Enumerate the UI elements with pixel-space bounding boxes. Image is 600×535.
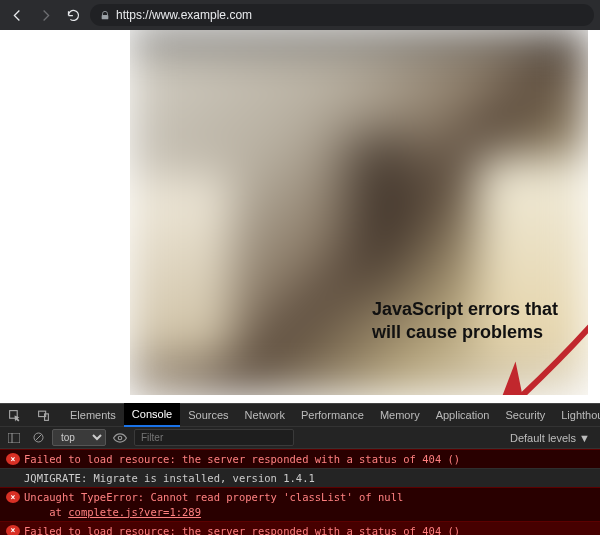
console-toolbar: top Default levels ▼ <box>0 427 600 449</box>
device-toolbar-button[interactable] <box>29 403 58 427</box>
console-log: ×Failed to load resource: the server res… <box>0 449 600 535</box>
stack-link[interactable]: complete.js?ver=1:289 <box>68 506 201 518</box>
console-row[interactable]: ×Failed to load resource: the server res… <box>0 521 600 535</box>
console-filter-input[interactable] <box>134 429 294 446</box>
error-icon: × <box>6 525 20 535</box>
url-text: https://www.example.com <box>116 8 252 22</box>
page-viewport: JavaScript errors that will cause proble… <box>0 30 600 403</box>
clear-console-button[interactable] <box>28 429 48 447</box>
devtools-tabbar: ElementsConsoleSourcesNetworkPerformance… <box>0 403 600 427</box>
error-icon: × <box>6 453 20 465</box>
forward-button[interactable] <box>34 4 56 26</box>
svg-point-8 <box>118 436 122 440</box>
arrow-right-icon <box>38 8 53 23</box>
devtools-tab-application[interactable]: Application <box>428 403 498 427</box>
devtools-tab-console[interactable]: Console <box>124 403 180 427</box>
back-button[interactable] <box>6 4 28 26</box>
address-bar[interactable]: https://www.example.com <box>90 4 594 26</box>
console-sidebar-toggle[interactable] <box>4 429 24 447</box>
live-expression-button[interactable] <box>110 429 130 447</box>
devtools-tab-security[interactable]: Security <box>497 403 553 427</box>
reload-button[interactable] <box>62 4 84 26</box>
console-message: Failed to load resource: the server resp… <box>24 452 596 466</box>
svg-rect-4 <box>8 433 20 443</box>
console-row[interactable]: ×Uncaught TypeError: Cannot read propert… <box>0 487 600 520</box>
info-icon <box>6 472 20 484</box>
device-icon <box>37 409 50 422</box>
console-row[interactable]: JQMIGRATE: Migrate is installed, version… <box>0 468 600 487</box>
inspect-element-button[interactable] <box>0 403 29 427</box>
clear-icon <box>33 432 44 443</box>
annotation-arrow-icon <box>446 310 588 395</box>
inspect-icon <box>8 409 21 422</box>
console-message: JQMIGRATE: Migrate is installed, version… <box>24 471 596 485</box>
devtools-tab-elements[interactable]: Elements <box>62 403 124 427</box>
page-content: JavaScript errors that will cause proble… <box>130 30 588 395</box>
svg-rect-0 <box>102 15 109 19</box>
devtools-tab-performance[interactable]: Performance <box>293 403 372 427</box>
devtools-tab-network[interactable]: Network <box>237 403 293 427</box>
console-message: Uncaught TypeError: Cannot read property… <box>24 490 596 518</box>
context-selector[interactable]: top <box>52 429 106 446</box>
browser-toolbar: https://www.example.com <box>0 0 600 30</box>
reload-icon <box>66 8 81 23</box>
devtools-panel: ElementsConsoleSourcesNetworkPerformance… <box>0 403 600 535</box>
eye-icon <box>113 433 127 443</box>
log-levels-selector[interactable]: Default levels ▼ <box>510 432 590 444</box>
svg-line-7 <box>35 435 41 441</box>
lock-icon <box>100 10 110 21</box>
arrow-left-icon <box>10 8 25 23</box>
devtools-tab-sources[interactable]: Sources <box>180 403 236 427</box>
sidebar-icon <box>8 433 20 443</box>
error-icon: × <box>6 491 20 503</box>
console-row[interactable]: ×Failed to load resource: the server res… <box>0 449 600 468</box>
console-message: Failed to load resource: the server resp… <box>24 524 596 535</box>
devtools-tab-lighthouse[interactable]: Lighthouse <box>553 403 600 427</box>
devtools-tab-memory[interactable]: Memory <box>372 403 428 427</box>
